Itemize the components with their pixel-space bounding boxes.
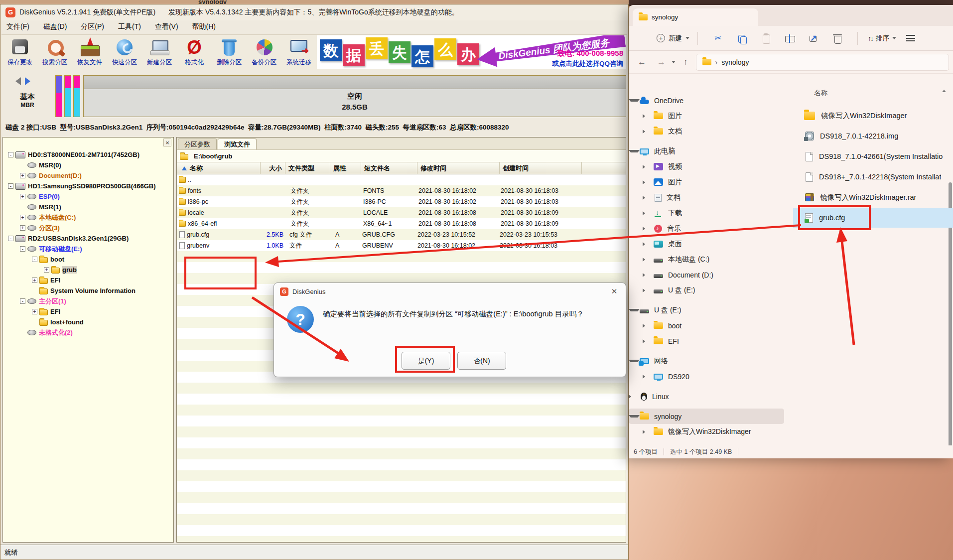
file-item-pat2[interactable]: DS918+_7.0.1-42218(System Installat (793, 167, 953, 187)
diskgenius-titlebar[interactable]: G DiskGenius V5.2.1.941 免费版(单文件PE版) 发现新版… (0, 4, 628, 20)
explorer-tab-synology[interactable]: synology (633, 8, 758, 26)
new-partition-button[interactable]: 新建分区 (142, 36, 177, 69)
column-modified[interactable]: 修改时间 (417, 162, 500, 174)
chevron-right-icon[interactable] (643, 130, 654, 134)
banner-contact[interactable]: 致电: 400-008-9958 或点击此处选择QQ咨询 (552, 48, 623, 68)
table-row-grubenv[interactable]: grubenv1.0KB文件AGRUBENV2021-08-30 16:18:0… (177, 240, 626, 251)
prev-disk-icon[interactable] (15, 77, 21, 85)
chevron-down-icon[interactable] (629, 99, 640, 102)
chevron-right-icon[interactable] (643, 273, 654, 277)
sidebar-item-onedrive[interactable]: OneDrive (629, 93, 789, 108)
collapse-icon[interactable] (20, 246, 25, 252)
sidebar-item-boot[interactable]: boot (629, 318, 789, 333)
chevron-right-icon[interactable] (629, 395, 640, 399)
expand-icon[interactable] (20, 215, 25, 220)
expand-icon[interactable] (20, 194, 25, 199)
sidebar-item-efi[interactable]: EFI (629, 333, 789, 349)
column-attr[interactable]: 属性 (330, 162, 361, 174)
column-created[interactable]: 创建时间 (500, 162, 582, 174)
expand-icon[interactable] (20, 173, 25, 178)
partition-bar[interactable] (55, 75, 62, 117)
menu-file[interactable]: 文件(F) (6, 22, 29, 31)
chevron-right-icon[interactable] (643, 242, 654, 246)
expand-icon[interactable] (44, 267, 49, 273)
collapse-icon[interactable] (8, 183, 13, 189)
sort-button[interactable]: 排序 (868, 34, 896, 43)
no-button[interactable]: 否(N) (457, 352, 506, 370)
sidebar-item-linux[interactable]: Linux (629, 389, 789, 404)
partition-bar[interactable] (64, 75, 71, 117)
chevron-right-icon[interactable] (643, 211, 654, 215)
table-row-fonts[interactable]: fonts文件夹FONTS2021-08-30 16:18:022021-08-… (177, 185, 626, 196)
column-name[interactable]: 名称 (177, 162, 261, 174)
menu-partition[interactable]: 分区(P) (81, 22, 104, 31)
tree-item-boot[interactable]: boot (3, 254, 173, 265)
expand-icon[interactable] (32, 278, 37, 283)
close-icon[interactable] (610, 287, 619, 296)
sidebar-item-local-c[interactable]: 本地磁盘 (C:) (629, 252, 789, 267)
table-row-updir[interactable]: .. (177, 174, 626, 185)
tree-item-system-volume-information[interactable]: System Volume Information (3, 285, 173, 296)
tree-item-local-c[interactable]: 本地磁盘(C:) (3, 212, 173, 223)
sidebar-item-win32diskimager[interactable]: 镜像写入Win32DiskImager (629, 424, 789, 439)
quick-partition-button[interactable]: 快速分区 (107, 36, 142, 69)
file-item-pat1[interactable]: DS918_7.1.0-42661(System Installatio (793, 146, 953, 166)
tree-item-efi[interactable]: EFI (3, 275, 173, 285)
collapse-icon[interactable] (8, 152, 13, 157)
close-panel-icon[interactable] (163, 139, 171, 146)
file-item-grubcfg[interactable]: grub.cfg (793, 208, 953, 228)
dialog-titlebar[interactable]: G DiskGenius (274, 283, 626, 300)
sidebar-item-this-pc[interactable]: 此电脑 (629, 143, 789, 159)
menu-tools[interactable]: 工具(T) (118, 22, 141, 31)
table-row-grubcfg[interactable]: grub.cfg2.5KBcfg 文件AGRUB.CFG2022-03-23 1… (177, 229, 626, 240)
list-column-name[interactable]: 名称 (793, 89, 953, 98)
tab-browse-files[interactable]: 浏览文件 (218, 139, 257, 149)
tree-item-unformatted2[interactable]: 未格式化(2) (3, 327, 173, 338)
menu-disk[interactable]: 磁盘(D) (43, 22, 67, 31)
chevron-right-icon[interactable] (643, 258, 654, 262)
new-button[interactable]: 新建 (657, 34, 689, 43)
file-item-img[interactable]: DS918_7.0.1-42218.img (793, 126, 953, 146)
sidebar-item-usb-e[interactable]: U 盘 (E:) (629, 282, 789, 298)
sidebar-item-usb-e-expanded[interactable]: U 盘 (E:) (629, 302, 789, 318)
sidebar-item-desktop[interactable]: 桌面 (629, 236, 789, 252)
ad-banner[interactable]: 数 据 丢 失 怎 么 办 DiskGenius 团队为您服务 致电: 400-… (317, 35, 626, 69)
sidebar-item-downloads[interactable]: 下载 (629, 205, 789, 221)
table-row-i386pc[interactable]: i386-pc文件夹I386-PC2021-08-30 16:18:022021… (177, 196, 626, 207)
tree-item-removable-e[interactable]: 可移动磁盘(E:) (3, 244, 173, 254)
file-item-folder[interactable]: 镜像写入Win32DiskImager (793, 106, 953, 126)
path-bar[interactable]: E:\boot\grub (177, 150, 626, 162)
yes-button[interactable]: 是(Y) (402, 352, 450, 370)
file-item-rar[interactable]: 镜像写入Win32DiskImager.rar (793, 187, 953, 207)
expand-icon[interactable] (32, 309, 37, 314)
tree-item-lost-found[interactable]: lost+found (3, 317, 173, 327)
forward-icon[interactable]: → (657, 57, 666, 67)
column-size[interactable]: 大小 (261, 162, 285, 174)
chevron-down-icon[interactable] (629, 150, 640, 152)
delete-icon[interactable] (832, 34, 843, 43)
table-row-x8664efi[interactable]: x86_64-efi文件夹X86_64~12021-08-30 16:18:08… (177, 218, 626, 229)
tree-item-hd1[interactable]: HD1:SamsungSSD980PRO500GB(466GB) (3, 181, 173, 191)
chevron-down-icon[interactable] (629, 360, 640, 362)
chevron-right-icon[interactable] (643, 430, 654, 434)
sidebar-item-document-d[interactable]: Document (D:) (629, 267, 789, 282)
collapse-icon[interactable] (32, 257, 37, 262)
next-disk-icon[interactable] (25, 77, 30, 85)
chevron-down-icon[interactable] (629, 309, 640, 311)
cut-icon[interactable] (712, 33, 723, 43)
chevron-right-icon[interactable] (643, 339, 654, 343)
collapse-icon[interactable] (8, 236, 13, 241)
tree-item-msr0[interactable]: MSR(0) (3, 160, 173, 170)
paste-icon[interactable] (760, 34, 771, 43)
sidebar-item-synology[interactable]: synology (629, 409, 784, 424)
chevron-right-icon[interactable] (643, 288, 654, 292)
collapse-icon[interactable] (20, 298, 25, 304)
system-migrate-button[interactable]: 系统迁移 (281, 36, 316, 69)
search-partition-button[interactable]: 搜索分区 (37, 36, 72, 69)
tree-item-grub[interactable]: grub (3, 265, 173, 275)
delete-partition-button[interactable]: 删除分区 (212, 36, 247, 69)
tree-item-primary-partition1[interactable]: 主分区(1) (3, 296, 173, 306)
column-type[interactable]: 文件类型 (285, 162, 330, 174)
chevron-right-icon[interactable] (643, 324, 654, 328)
chevron-down-icon[interactable] (629, 415, 640, 418)
